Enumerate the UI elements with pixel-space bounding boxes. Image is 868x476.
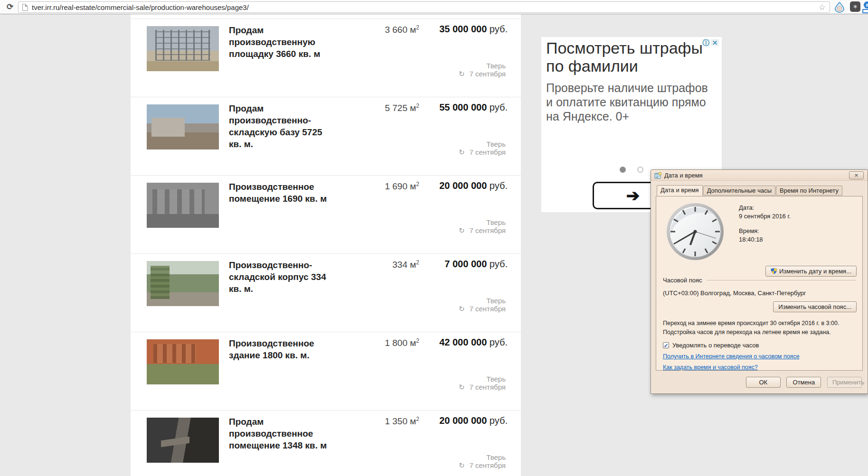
listing-price: 7 000 000 руб. xyxy=(444,259,508,270)
tab-date-time[interactable]: Дата и время xyxy=(657,185,703,196)
listing-area: 3 660 м2 xyxy=(385,24,419,35)
listing-title[interactable]: Производственное помещение 1690 кв. м xyxy=(229,181,332,205)
dst-note-line1: Переход на зимнее время происходит 30 ок… xyxy=(663,320,839,327)
listings-column: Продам производственную площадку 3660 кв… xyxy=(131,14,521,476)
dst-note-line2: Подстройка часов для перехода на летнее … xyxy=(663,329,831,336)
dialog-close-icon[interactable]: ✕ xyxy=(849,171,864,179)
extension-drop-icon[interactable] xyxy=(834,1,845,13)
change-date-time-button[interactable]: Изменить дату и время... xyxy=(765,266,857,277)
listing-photo[interactable] xyxy=(147,339,219,384)
change-date-time-label: Изменить дату и время... xyxy=(779,268,851,275)
listing-row[interactable]: Продам производственно-складскую базу 57… xyxy=(131,97,521,175)
listing-price: 20 000 000 руб. xyxy=(439,415,508,426)
listing-row[interactable]: Производственно-складской корпус 334 кв.… xyxy=(131,253,521,332)
cancel-button[interactable]: Отмена xyxy=(786,377,821,388)
extension-a-icon[interactable]: a xyxy=(862,1,868,13)
timezone-value: (UTC+03:00) Волгоград, Москва, Санкт-Пет… xyxy=(663,289,856,297)
area-value: 1 350 м xyxy=(385,416,416,426)
listing-photo[interactable] xyxy=(147,261,219,306)
listing-area: 1 350 м2 xyxy=(385,416,419,427)
url-text[interactable]: tver.irr.ru/real-estate/commercial-sale/… xyxy=(32,3,249,11)
listing-title[interactable]: Производственно-складской корпус 334 кв.… xyxy=(229,259,332,295)
bookmark-star-icon[interactable]: ☆ xyxy=(819,2,826,12)
time-value: 18:40:18 xyxy=(739,236,856,243)
ad-close-icon[interactable]: ✕ xyxy=(711,39,719,46)
refresh-icon: ↻ xyxy=(459,70,465,78)
tab-panel-date-time: Дата: 9 сентября 2016 г. Время: 18:40:18… xyxy=(656,196,863,371)
listing-row[interactable]: Продам производственное помещение 1348 к… xyxy=(131,410,521,476)
listing-photo[interactable] xyxy=(147,26,219,71)
refresh-icon: ↻ xyxy=(459,226,465,234)
listing-title[interactable]: Производственное здание 1800 кв. м. xyxy=(229,337,332,361)
carousel-dot-active[interactable] xyxy=(620,167,626,173)
listing-city: Тверь xyxy=(486,218,506,226)
listing-photo[interactable] xyxy=(147,183,219,228)
listing-photo[interactable] xyxy=(147,418,219,463)
dialog-title: Дата и время xyxy=(664,172,703,179)
area-value: 5 725 м xyxy=(385,103,416,113)
analog-clock xyxy=(666,202,725,261)
date-label: Дата: xyxy=(739,204,856,211)
price-value: 42 000 000 xyxy=(439,337,487,347)
notify-checkbox[interactable]: ✓ xyxy=(663,342,669,348)
apply-button[interactable]: Применить xyxy=(827,377,862,388)
tab-additional-clocks[interactable]: Дополнительные часы xyxy=(703,186,775,196)
listing-city: Тверь xyxy=(486,453,506,461)
listing-row[interactable]: Продам производственную площадку 3660 кв… xyxy=(131,19,521,97)
area-value: 3 660 м xyxy=(385,25,416,35)
date-time-dialog-icon xyxy=(654,172,662,179)
listing-city: Тверь xyxy=(486,62,506,70)
notify-checkbox-row[interactable]: ✓ Уведомлять о переводе часов xyxy=(663,342,856,349)
area-sup: 2 xyxy=(416,103,419,109)
dialog-body: Дата и времяДополнительные часыВремя по … xyxy=(651,181,868,388)
listing-date: ↻7 сентября xyxy=(459,305,506,313)
ok-button[interactable]: ОК xyxy=(746,377,781,388)
listing-row[interactable]: Производственное помещение 1690 кв. м 1 … xyxy=(131,175,521,253)
a-letter-icon: a xyxy=(864,1,868,9)
area-sup: 2 xyxy=(416,337,419,344)
ad-title[interactable]: Посмотреть штрафы по фамилии xyxy=(541,37,722,75)
listing-row[interactable]: Производственное здание 1800 кв. м. 1 80… xyxy=(131,332,521,410)
time-label: Время: xyxy=(739,227,856,234)
listing-title[interactable]: Продам производственное помещение 1348 к… xyxy=(229,416,332,451)
price-value: 20 000 000 xyxy=(439,415,487,426)
listing-title[interactable]: Продам производственную площадку 3660 кв… xyxy=(229,24,332,60)
refresh-icon: ↻ xyxy=(459,461,465,469)
listing-city: Тверь xyxy=(486,297,506,305)
extension-dark-icon[interactable]: ✶ xyxy=(850,1,861,13)
listing-area: 1 690 м2 xyxy=(385,181,419,192)
tab-internet-time[interactable]: Время по Интернету xyxy=(776,186,842,196)
timezone-info-link[interactable]: Получить в Интернете сведения о часовом … xyxy=(663,353,800,360)
address-bar[interactable]: tver.irr.ru/real-estate/commercial-sale/… xyxy=(18,1,830,13)
refresh-icon: ↻ xyxy=(459,383,465,391)
listing-price: 55 000 000 руб. xyxy=(439,102,508,113)
listing-date: ↻7 сентября xyxy=(459,383,506,392)
dialog-titlebar[interactable]: Дата и время ✕ xyxy=(651,170,868,181)
listing-title[interactable]: Продам производственно-складскую базу 57… xyxy=(229,103,332,150)
date-value: 7 сентября xyxy=(469,226,506,234)
date-value: 7 сентября xyxy=(469,70,506,78)
date-time-dialog: Дата и время ✕ Дата и времяДополнительны… xyxy=(651,169,868,394)
set-time-help-link[interactable]: Как задать время и часовой пояс? xyxy=(663,364,758,371)
area-value: 1 690 м xyxy=(385,181,416,191)
price-currency: руб. xyxy=(490,102,508,112)
price-currency: руб. xyxy=(490,180,508,191)
price-currency: руб. xyxy=(490,259,508,269)
listing-date: ↻7 сентября xyxy=(459,226,506,235)
listing-area: 5 725 м2 xyxy=(385,103,419,113)
date-value: 7 сентября xyxy=(469,461,506,469)
listing-area: 1 800 м2 xyxy=(385,337,419,348)
ad-info-icon[interactable]: ⓘ xyxy=(702,39,710,46)
reload-icon[interactable]: ⟳ xyxy=(4,1,16,13)
area-sup: 2 xyxy=(416,181,419,187)
price-value: 20 000 000 xyxy=(439,180,487,191)
price-currency: руб. xyxy=(490,337,508,347)
area-sup: 2 xyxy=(416,259,419,266)
date-value: 7 сентября xyxy=(469,383,506,391)
change-timezone-button[interactable]: Изменить часовой пояс... xyxy=(773,301,857,312)
listing-price: 42 000 000 руб. xyxy=(439,337,508,348)
listing-city: Тверь xyxy=(486,375,506,383)
listing-photo[interactable] xyxy=(147,104,219,149)
ad-body[interactable]: Проверьте наличие штрафов и оплатите кви… xyxy=(541,75,722,123)
carousel-dot[interactable] xyxy=(637,167,643,173)
